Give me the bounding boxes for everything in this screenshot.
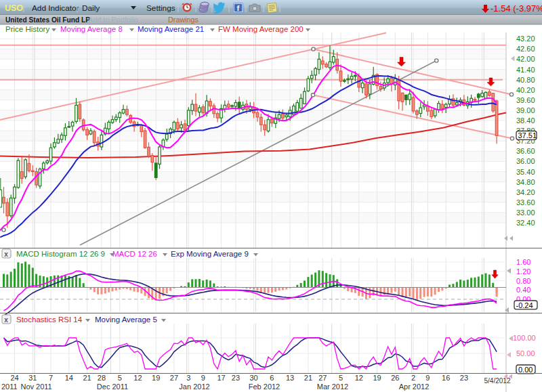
svg-text:24: 24 [10, 374, 18, 382]
svg-text:MACD Histogram 12 26 9: MACD Histogram 12 26 9 [16, 250, 105, 258]
svg-text:16: 16 [442, 374, 450, 382]
svg-text:Moving Average 8: Moving Average 8 [60, 25, 123, 33]
svg-text:33.60: 33.60 [516, 198, 535, 206]
svg-text:Exp Moving Average 9: Exp Moving Average 9 [171, 250, 249, 258]
svg-text:7: 7 [49, 374, 53, 382]
svg-text:Jan 2012: Jan 2012 [179, 383, 209, 391]
svg-text:Dec 2011: Dec 2011 [97, 383, 128, 391]
svg-text:19: 19 [373, 374, 381, 382]
svg-text:43.20: 43.20 [516, 35, 535, 43]
svg-text:39.00: 39.00 [516, 106, 535, 114]
svg-text:37.51: 37.51 [518, 131, 537, 139]
svg-text:5: 5 [118, 374, 122, 382]
svg-text:34.20: 34.20 [516, 188, 535, 196]
svg-text:32.40: 32.40 [516, 219, 535, 227]
svg-text:12: 12 [355, 374, 363, 382]
svg-text:33.00: 33.00 [516, 209, 535, 217]
svg-text:27: 27 [170, 374, 178, 382]
svg-text:28: 28 [98, 374, 106, 382]
svg-text:f: f [237, 4, 240, 12]
svg-text:Moving Average 5: Moving Average 5 [95, 315, 157, 324]
svg-text:17: 17 [217, 374, 225, 382]
svg-text:Mar 2012: Mar 2012 [317, 383, 348, 391]
svg-text:Nov 2011: Nov 2011 [20, 383, 51, 391]
svg-text:3: 3 [186, 374, 190, 382]
svg-text:9: 9 [425, 374, 430, 382]
svg-text:Moving Average 21: Moving Average 21 [138, 25, 204, 33]
svg-text:x: x [4, 316, 8, 324]
svg-text:Price History: Price History [5, 25, 49, 33]
svg-text:Add Indicator: Add Indicator [32, 3, 79, 13]
svg-text:Stochastics RSI 14: Stochastics RSI 14 [16, 315, 83, 324]
svg-text:Feb 2012: Feb 2012 [249, 383, 280, 391]
svg-text:13: 13 [286, 374, 294, 382]
svg-text:2011: 2011 [1, 383, 18, 391]
svg-text:1.20: 1.20 [516, 267, 530, 276]
svg-text:14: 14 [65, 374, 73, 382]
svg-text:-1.54 (-3.97%): -1.54 (-3.97%) [491, 3, 542, 14]
svg-text:Add to Portfolio: Add to Portfolio [88, 16, 138, 24]
svg-text:21: 21 [304, 374, 312, 382]
svg-text:42.00: 42.00 [516, 55, 535, 63]
svg-text:0.80: 0.80 [516, 277, 530, 285]
svg-text:-0.24: -0.24 [516, 301, 533, 309]
svg-text:FW Moving Average 200: FW Moving Average 200 [218, 25, 304, 33]
svg-text:5/4/2012: 5/4/2012 [484, 377, 511, 385]
svg-text:26: 26 [391, 374, 399, 382]
svg-text:1.60: 1.60 [516, 258, 530, 266]
svg-text:9: 9 [201, 374, 205, 382]
svg-text:Apr 2012: Apr 2012 [399, 383, 430, 391]
svg-text:United States Oil Fund LP: United States Oil Fund LP [5, 16, 90, 24]
svg-text:35.40: 35.40 [516, 168, 535, 176]
svg-text:23: 23 [460, 374, 468, 382]
svg-text:0.00: 0.00 [518, 366, 533, 374]
svg-text:MACD 12 26: MACD 12 26 [112, 250, 157, 258]
svg-text:23: 23 [232, 374, 240, 382]
svg-text:36.00: 36.00 [516, 157, 535, 165]
svg-text:34.80: 34.80 [516, 178, 535, 186]
svg-text:21: 21 [83, 374, 91, 382]
svg-text:36.60: 36.60 [516, 147, 535, 155]
svg-text:50.00: 50.00 [516, 349, 535, 357]
svg-text:42.60: 42.60 [516, 45, 535, 53]
svg-text:30: 30 [249, 374, 257, 382]
svg-text:2: 2 [411, 374, 415, 382]
svg-text:38.40: 38.40 [516, 116, 535, 125]
svg-text:5: 5 [339, 374, 343, 382]
svg-text:40.80: 40.80 [516, 76, 535, 84]
svg-text:19: 19 [152, 374, 160, 382]
svg-text:0.40: 0.40 [516, 286, 530, 294]
svg-text:12: 12 [133, 374, 142, 382]
svg-text:27: 27 [318, 374, 327, 382]
svg-text:x: x [4, 251, 8, 258]
svg-text:Drawings: Drawings [168, 16, 199, 24]
svg-text:31: 31 [28, 374, 37, 382]
svg-text:41.40: 41.40 [516, 66, 535, 74]
svg-text:Settings: Settings [146, 3, 175, 13]
svg-text:6: 6 [270, 374, 274, 382]
svg-text:40.20: 40.20 [516, 86, 535, 94]
svg-text:USO: USO [5, 3, 23, 13]
svg-text:100.00: 100.00 [513, 334, 536, 342]
svg-text:Daily: Daily [82, 3, 100, 13]
svg-text:39.60: 39.60 [516, 96, 535, 104]
